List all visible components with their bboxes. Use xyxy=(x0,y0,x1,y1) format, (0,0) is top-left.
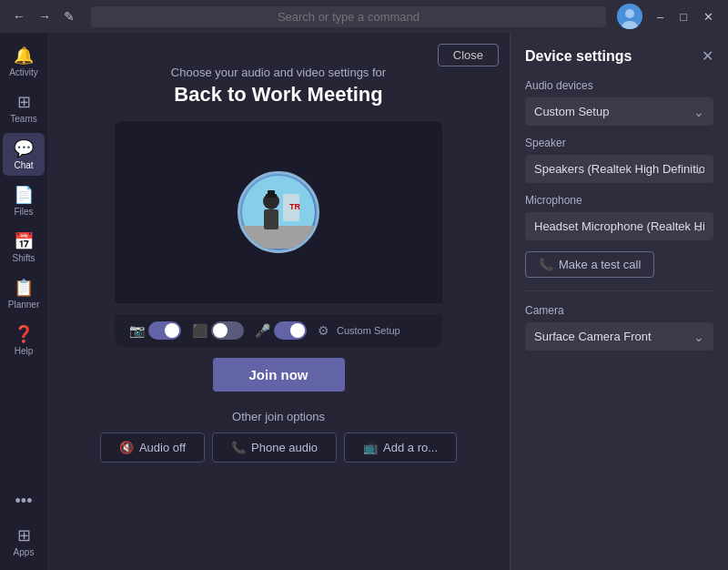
settings-control: ⚙ Custom Setup xyxy=(318,323,400,338)
meeting-content: TR 📷 xyxy=(62,121,495,463)
content-area: Close Choose your audio and video settin… xyxy=(47,33,728,570)
device-settings-title: Device settings xyxy=(525,48,632,65)
sidebar-item-help[interactable]: ❓ Help xyxy=(3,319,45,361)
blur-toggle[interactable] xyxy=(211,321,244,340)
minimize-button[interactable]: – xyxy=(650,8,671,25)
microphone-label: Microphone xyxy=(525,194,713,207)
video-preview: TR xyxy=(115,121,442,303)
window-close-button[interactable]: ✕ xyxy=(696,8,721,25)
camera-off-icon: 📷 xyxy=(129,323,145,338)
device-settings-close-button[interactable]: ✕ xyxy=(702,47,713,65)
svg-text:TR: TR xyxy=(289,202,300,211)
meeting-modal: Close Choose your audio and video settin… xyxy=(47,33,510,570)
main-layout: 🔔 Activity ⊞ Teams 💬 Chat 📄 Files 📅 Shif… xyxy=(0,33,728,570)
phone-audio-label: Phone audio xyxy=(251,441,318,454)
audio-off-icon: 🔇 xyxy=(119,441,134,454)
phone-audio-button[interactable]: 📞 Phone audio xyxy=(212,433,337,463)
sidebar-item-activity[interactable]: 🔔 Activity xyxy=(3,40,45,83)
shifts-icon: 📅 xyxy=(14,231,34,251)
video-toggle[interactable] xyxy=(148,321,181,340)
activity-icon: 🔔 xyxy=(14,46,34,66)
camera-label: Camera xyxy=(525,304,713,317)
add-room-label: Add a ro... xyxy=(383,441,438,454)
avatar[interactable] xyxy=(617,4,642,29)
maximize-button[interactable]: □ xyxy=(672,8,694,25)
sidebar-label-chat: Chat xyxy=(14,160,33,170)
apps-icon: ⊞ xyxy=(17,525,31,545)
sidebar-label-files: Files xyxy=(14,207,33,217)
gear-icon: ⚙ xyxy=(318,323,329,338)
search-bar xyxy=(91,6,606,27)
audio-device-select-wrapper: Custom Setup xyxy=(525,97,713,126)
audio-device-select[interactable]: Custom Setup xyxy=(525,97,713,126)
test-call-label: Make a test call xyxy=(559,258,641,271)
svg-point-1 xyxy=(625,9,634,18)
sidebar-item-chat[interactable]: 💬 Chat xyxy=(3,133,45,176)
sidebar-label-shifts: Shifts xyxy=(12,253,35,263)
speaker-select[interactable]: Speakers (Realtek High Definition Au... xyxy=(525,155,713,183)
sidebar-label-teams: Teams xyxy=(10,114,36,124)
forward-button[interactable]: → xyxy=(33,7,56,25)
add-room-button[interactable]: 📺 Add a ro... xyxy=(344,433,457,463)
custom-setup-label: Custom Setup xyxy=(337,325,400,336)
svg-rect-10 xyxy=(268,190,275,196)
speaker-select-wrapper: Speakers (Realtek High Definition Au... xyxy=(525,155,713,183)
planner-icon: 📋 xyxy=(14,278,34,298)
meeting-header: Choose your audio and video settings for… xyxy=(171,66,386,107)
microphone-select[interactable]: Headset Microphone (Realtek High D... xyxy=(525,212,713,240)
controls-bar: 📷 ⬛ 🎤 xyxy=(115,314,442,347)
divider xyxy=(525,290,713,291)
device-settings-panel: Device settings ✕ Audio devices Custom S… xyxy=(510,33,728,570)
sidebar-more: ••• ⊞ Apps xyxy=(3,486,45,570)
sidebar-label-apps: Apps xyxy=(14,547,35,557)
audio-off-label: Audio off xyxy=(139,441,186,454)
join-now-button[interactable]: Join now xyxy=(213,358,345,392)
sidebar-item-shifts[interactable]: 📅 Shifts xyxy=(3,226,45,269)
sidebar: 🔔 Activity ⊞ Teams 💬 Chat 📄 Files 📅 Shif… xyxy=(0,33,47,570)
chat-icon: 💬 xyxy=(14,138,34,158)
mic-toggle[interactable] xyxy=(274,321,307,340)
video-area: TR 📷 xyxy=(115,121,442,347)
files-icon: 📄 xyxy=(14,185,34,205)
mic-control: 🎤 xyxy=(255,321,307,340)
window-controls: – □ ✕ xyxy=(650,8,721,25)
sidebar-item-files[interactable]: 📄 Files xyxy=(3,179,45,222)
user-avatar: TR xyxy=(238,171,319,253)
audio-devices-label: Audio devices xyxy=(525,79,713,92)
sidebar-label-planner: Planner xyxy=(8,300,39,310)
other-join-section: Other join options 🔇 Audio off 📞 Phone a… xyxy=(100,410,457,463)
meeting-title: Back to Work Meeting xyxy=(171,83,386,107)
meeting-subtitle: Choose your audio and video settings for xyxy=(171,66,386,79)
room-icon: 📺 xyxy=(363,441,378,454)
meeting-close-button[interactable]: Close xyxy=(438,44,499,66)
microphone-select-wrapper: Headset Microphone (Realtek High D... xyxy=(525,212,713,240)
sidebar-label-activity: Activity xyxy=(9,67,38,77)
join-options: 🔇 Audio off 📞 Phone audio 📺 Add a ro... xyxy=(100,433,457,463)
sidebar-item-apps[interactable]: ⊞ Apps xyxy=(3,520,45,563)
camera-select-wrapper: Surface Camera Front xyxy=(525,322,713,351)
teams-icon: ⊞ xyxy=(17,92,31,112)
search-input[interactable] xyxy=(91,6,606,27)
mic-icon: 🎤 xyxy=(255,323,270,338)
sidebar-item-teams[interactable]: ⊞ Teams xyxy=(3,87,45,129)
phone-test-icon: 📞 xyxy=(539,258,553,271)
svg-rect-8 xyxy=(264,209,278,229)
other-join-label: Other join options xyxy=(100,410,457,423)
background-control: ⬛ xyxy=(192,321,244,340)
edit-button[interactable]: ✎ xyxy=(58,7,80,25)
svg-rect-4 xyxy=(242,226,315,249)
speaker-label: Speaker xyxy=(525,137,713,149)
sidebar-item-planner[interactable]: 📋 Planner xyxy=(3,272,45,315)
audio-off-button[interactable]: 🔇 Audio off xyxy=(100,433,205,463)
help-icon: ❓ xyxy=(14,324,34,344)
test-call-button[interactable]: 📞 Make a test call xyxy=(525,251,654,278)
more-icon: ••• xyxy=(15,492,33,511)
back-button[interactable]: ← xyxy=(7,7,31,25)
video-control: 📷 xyxy=(129,321,181,340)
nav-buttons: ← → ✎ xyxy=(7,7,80,25)
camera-select[interactable]: Surface Camera Front xyxy=(525,322,713,351)
device-settings-header: Device settings ✕ xyxy=(525,47,713,65)
sidebar-item-more[interactable]: ••• xyxy=(3,486,45,516)
phone-icon: 📞 xyxy=(231,441,246,454)
blur-icon: ⬛ xyxy=(192,323,207,338)
